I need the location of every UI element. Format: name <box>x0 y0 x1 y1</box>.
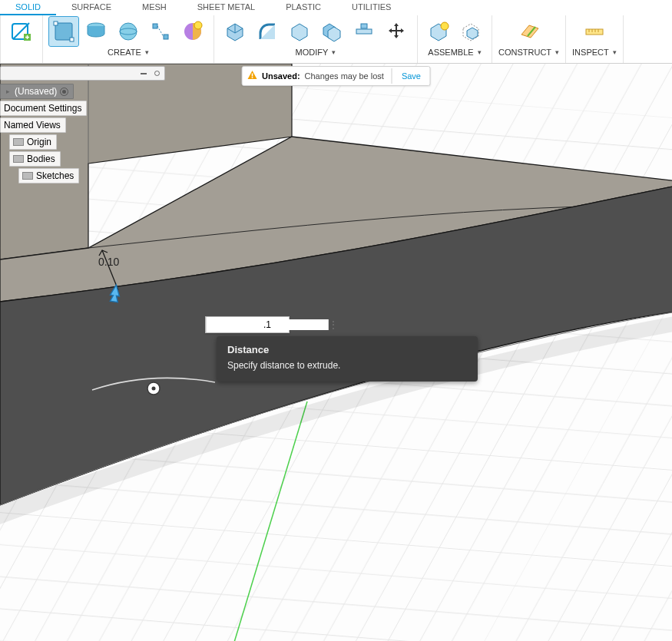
measure-icon <box>584 21 605 42</box>
dimension-value: 0.10 <box>98 256 119 268</box>
tab-sheetmetal[interactable]: SHEET METAL <box>182 0 270 15</box>
browser-sketches[interactable]: Sketches <box>18 168 79 183</box>
warning-icon <box>242 67 262 85</box>
as-built-icon <box>460 21 482 42</box>
sphere-icon <box>117 20 140 43</box>
browser-header[interactable] <box>0 66 165 81</box>
active-radio-icon[interactable] <box>60 88 68 96</box>
svg-point-18 <box>441 22 449 30</box>
move-icon <box>386 21 407 42</box>
tab-mesh[interactable]: MESH <box>127 0 182 15</box>
box-icon <box>289 21 310 42</box>
measure-button[interactable] <box>580 17 609 46</box>
tab-solid[interactable]: SOLID <box>0 0 56 15</box>
new-component-icon <box>10 20 33 43</box>
tooltip: Distance Specify distance to extrude. <box>217 336 478 382</box>
tab-plastic[interactable]: PLASTIC <box>270 0 336 15</box>
svg-rect-17 <box>361 24 367 28</box>
browser-origin[interactable]: Origin <box>9 134 57 150</box>
modify-dropdown[interactable]: MODIFY <box>296 48 336 57</box>
extrude-button[interactable] <box>81 17 111 46</box>
distance-input-box: ⋮ <box>205 316 290 333</box>
cylinder-icon <box>84 20 108 43</box>
distance-input[interactable] <box>207 319 328 330</box>
create-sketch-icon <box>52 20 75 43</box>
tab-utilities[interactable]: UTILITIES <box>336 0 406 15</box>
svg-rect-6 <box>54 21 58 25</box>
ribbon: CREATE <box>0 15 672 64</box>
new-component-button[interactable] <box>7 17 36 46</box>
doc-name: (Unsaved) <box>15 86 57 97</box>
svg-rect-11 <box>153 24 157 28</box>
combine-button[interactable] <box>317 17 346 46</box>
create-dropdown[interactable]: CREATE <box>108 48 149 57</box>
tooltip-body: Specify distance to extrude. <box>227 360 467 371</box>
fillet-button[interactable] <box>253 17 282 46</box>
inspect-dropdown[interactable]: INSPECT <box>572 48 617 57</box>
group-modify: MODIFY <box>214 15 418 63</box>
group-inspect: INSPECT <box>566 15 624 63</box>
svg-line-13 <box>157 26 164 37</box>
plane-icon <box>518 21 540 42</box>
folder-icon <box>13 138 24 146</box>
unsaved-label: Unsaved: <box>262 71 305 81</box>
group-construct: CONSTRUCT <box>492 15 566 63</box>
svg-rect-7 <box>70 38 74 41</box>
tab-surface[interactable]: SURFACE <box>56 0 127 15</box>
browser-tree: ▸ (Unsaved) Document Settings Named View… <box>0 84 87 185</box>
color-sphere-icon <box>181 20 204 43</box>
as-built-joint-button[interactable] <box>456 17 485 46</box>
construct-dropdown[interactable]: CONSTRUCT <box>498 48 559 57</box>
svg-rect-12 <box>164 35 168 39</box>
svg-point-75 <box>152 387 156 391</box>
fillet-icon <box>257 21 278 42</box>
revolve-button[interactable] <box>114 17 143 46</box>
svg-point-15 <box>194 21 202 29</box>
viewport[interactable]: Unsaved: Changes may be lost Save ▸ (Uns… <box>0 64 672 641</box>
loft-icon <box>149 20 172 43</box>
align-button[interactable] <box>349 17 379 46</box>
expand-icon: ▸ <box>4 88 12 95</box>
bullet-icon <box>154 71 160 76</box>
tooltip-title: Distance <box>227 344 467 355</box>
joint-button[interactable] <box>424 17 453 46</box>
group-create: CREATE <box>43 15 214 63</box>
unsaved-message: Changes may be lost <box>305 71 392 81</box>
box-arrow-icon <box>224 21 246 42</box>
assemble-dropdown[interactable]: ASSEMBLE <box>428 48 481 57</box>
svg-rect-77 <box>251 77 253 78</box>
move-button[interactable] <box>382 17 411 46</box>
sweep-button[interactable] <box>178 17 207 46</box>
align-icon <box>353 21 375 42</box>
browser-root[interactable]: ▸ (Unsaved) <box>0 84 74 99</box>
joint-icon <box>428 21 449 42</box>
svg-rect-76 <box>251 74 253 77</box>
plane-button[interactable] <box>515 17 544 46</box>
unsaved-banner: Unsaved: Changes may be lost Save <box>241 66 431 86</box>
save-button[interactable]: Save <box>392 68 430 84</box>
sketch-button[interactable] <box>49 17 78 46</box>
group-sketch <box>0 15 43 63</box>
svg-rect-19 <box>586 29 603 35</box>
design-tabs: SOLID SURFACE MESH SHEET METAL PLASTIC U… <box>0 0 672 15</box>
minimize-icon <box>141 73 147 74</box>
browser-views[interactable]: Named Views <box>0 117 66 133</box>
combine-icon <box>321 21 343 42</box>
loft-button[interactable] <box>146 17 175 46</box>
svg-point-9 <box>120 23 137 40</box>
svg-rect-16 <box>356 29 372 34</box>
input-options-icon[interactable]: ⋮ <box>328 319 338 330</box>
group-assemble: ASSEMBLE <box>418 15 492 63</box>
press-pull-button[interactable] <box>220 17 250 46</box>
folder-icon <box>22 172 33 180</box>
browser-bodies[interactable]: Bodies <box>9 151 61 167</box>
shell-button[interactable] <box>285 17 314 46</box>
browser-settings[interactable]: Document Settings <box>0 101 87 116</box>
folder-icon <box>13 155 24 163</box>
